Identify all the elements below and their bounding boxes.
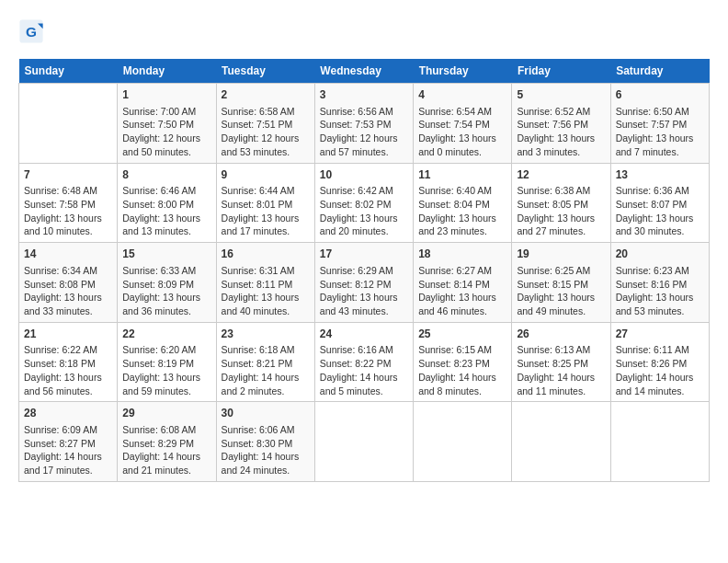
day-number: 11 xyxy=(418,167,506,183)
day-info: Sunrise: 6:50 AM Sunset: 7:57 PM Dayligh… xyxy=(616,105,704,159)
day-number: 16 xyxy=(222,247,310,262)
day-number: 4 xyxy=(418,87,506,103)
day-info: Sunrise: 6:22 AM Sunset: 8:18 PM Dayligh… xyxy=(24,343,112,397)
calendar-cell: 19Sunrise: 6:25 AM Sunset: 8:15 PM Dayli… xyxy=(512,243,610,323)
day-info: Sunrise: 6:36 AM Sunset: 8:07 PM Dayligh… xyxy=(616,184,704,238)
day-number: 17 xyxy=(320,247,408,262)
calendar-cell: 9Sunrise: 6:44 AM Sunset: 8:01 PM Daylig… xyxy=(216,163,314,243)
day-info: Sunrise: 6:18 AM Sunset: 8:21 PM Dayligh… xyxy=(222,343,310,397)
day-number: 13 xyxy=(616,167,704,183)
calendar-dow-saturday: Saturday xyxy=(610,59,709,84)
calendar-cell: 14Sunrise: 6:34 AM Sunset: 8:08 PM Dayli… xyxy=(19,243,118,323)
day-info: Sunrise: 6:16 AM Sunset: 8:22 PM Dayligh… xyxy=(320,343,408,397)
calendar-cell: 10Sunrise: 6:42 AM Sunset: 8:02 PM Dayli… xyxy=(314,163,413,243)
day-info: Sunrise: 6:27 AM Sunset: 8:14 PM Dayligh… xyxy=(418,264,506,318)
day-info: Sunrise: 6:06 AM Sunset: 8:30 PM Dayligh… xyxy=(222,423,310,477)
logo: G xyxy=(18,18,48,44)
calendar-cell: 3Sunrise: 6:56 AM Sunset: 7:53 PM Daylig… xyxy=(314,84,413,164)
calendar-week-row: 14Sunrise: 6:34 AM Sunset: 8:08 PM Dayli… xyxy=(19,243,710,323)
day-number: 19 xyxy=(517,247,605,262)
day-info: Sunrise: 6:38 AM Sunset: 8:05 PM Dayligh… xyxy=(517,184,605,238)
calendar-cell xyxy=(314,402,413,482)
day-number: 6 xyxy=(616,87,704,103)
day-info: Sunrise: 6:42 AM Sunset: 8:02 PM Dayligh… xyxy=(320,184,408,238)
calendar-cell: 17Sunrise: 6:29 AM Sunset: 8:12 PM Dayli… xyxy=(314,243,413,323)
day-info: Sunrise: 6:33 AM Sunset: 8:09 PM Dayligh… xyxy=(122,264,210,318)
day-number: 29 xyxy=(122,406,210,421)
day-number: 12 xyxy=(517,167,605,183)
calendar-cell: 28Sunrise: 6:09 AM Sunset: 8:27 PM Dayli… xyxy=(19,402,118,482)
calendar-week-row: 21Sunrise: 6:22 AM Sunset: 8:18 PM Dayli… xyxy=(19,322,710,402)
day-info: Sunrise: 6:25 AM Sunset: 8:15 PM Dayligh… xyxy=(517,264,605,318)
svg-text:G: G xyxy=(26,24,37,40)
calendar-dow-tuesday: Tuesday xyxy=(216,59,314,84)
calendar-cell: 30Sunrise: 6:06 AM Sunset: 8:30 PM Dayli… xyxy=(216,402,314,482)
day-info: Sunrise: 6:23 AM Sunset: 8:16 PM Dayligh… xyxy=(616,264,704,318)
calendar-cell: 27Sunrise: 6:11 AM Sunset: 8:26 PM Dayli… xyxy=(610,322,709,402)
page-header: G xyxy=(18,18,710,44)
day-info: Sunrise: 6:08 AM Sunset: 8:29 PM Dayligh… xyxy=(122,423,210,477)
calendar-cell: 6Sunrise: 6:50 AM Sunset: 7:57 PM Daylig… xyxy=(610,84,709,164)
day-number: 22 xyxy=(122,327,210,342)
day-number: 3 xyxy=(320,87,408,103)
day-number: 10 xyxy=(320,167,408,183)
calendar-week-row: 1Sunrise: 7:00 AM Sunset: 7:50 PM Daylig… xyxy=(19,84,710,164)
day-info: Sunrise: 6:11 AM Sunset: 8:26 PM Dayligh… xyxy=(616,343,704,397)
calendar-cell: 11Sunrise: 6:40 AM Sunset: 8:04 PM Dayli… xyxy=(414,163,512,243)
day-number: 21 xyxy=(24,327,112,342)
calendar-cell: 7Sunrise: 6:48 AM Sunset: 7:58 PM Daylig… xyxy=(19,163,118,243)
day-number: 8 xyxy=(122,167,210,183)
day-info: Sunrise: 6:20 AM Sunset: 8:19 PM Dayligh… xyxy=(122,343,210,397)
calendar-cell: 20Sunrise: 6:23 AM Sunset: 8:16 PM Dayli… xyxy=(610,243,709,323)
day-number: 27 xyxy=(616,327,704,342)
calendar-cell: 12Sunrise: 6:38 AM Sunset: 8:05 PM Dayli… xyxy=(512,163,610,243)
day-info: Sunrise: 6:52 AM Sunset: 7:56 PM Dayligh… xyxy=(517,105,605,159)
day-info: Sunrise: 6:34 AM Sunset: 8:08 PM Dayligh… xyxy=(24,264,112,318)
day-number: 24 xyxy=(320,327,408,342)
calendar-week-row: 7Sunrise: 6:48 AM Sunset: 7:58 PM Daylig… xyxy=(19,163,710,243)
calendar-cell: 1Sunrise: 7:00 AM Sunset: 7:50 PM Daylig… xyxy=(118,84,216,164)
day-number: 28 xyxy=(24,406,112,421)
calendar-dow-sunday: Sunday xyxy=(19,59,118,84)
day-info: Sunrise: 6:58 AM Sunset: 7:51 PM Dayligh… xyxy=(222,105,310,159)
calendar-cell: 25Sunrise: 6:15 AM Sunset: 8:23 PM Dayli… xyxy=(414,322,512,402)
day-info: Sunrise: 6:09 AM Sunset: 8:27 PM Dayligh… xyxy=(24,423,112,477)
calendar-cell: 24Sunrise: 6:16 AM Sunset: 8:22 PM Dayli… xyxy=(314,322,413,402)
calendar-dow-wednesday: Wednesday xyxy=(314,59,413,84)
day-number: 9 xyxy=(222,167,310,183)
calendar-cell: 2Sunrise: 6:58 AM Sunset: 7:51 PM Daylig… xyxy=(216,84,314,164)
calendar-header-row: SundayMondayTuesdayWednesdayThursdayFrid… xyxy=(19,59,710,84)
calendar-cell xyxy=(414,402,512,482)
day-info: Sunrise: 6:40 AM Sunset: 8:04 PM Dayligh… xyxy=(418,184,506,238)
calendar-cell: 22Sunrise: 6:20 AM Sunset: 8:19 PM Dayli… xyxy=(118,322,216,402)
calendar-week-row: 28Sunrise: 6:09 AM Sunset: 8:27 PM Dayli… xyxy=(19,402,710,482)
calendar-cell: 16Sunrise: 6:31 AM Sunset: 8:11 PM Dayli… xyxy=(216,243,314,323)
day-number: 14 xyxy=(24,247,112,262)
day-info: Sunrise: 6:44 AM Sunset: 8:01 PM Dayligh… xyxy=(222,184,310,238)
day-info: Sunrise: 6:46 AM Sunset: 8:00 PM Dayligh… xyxy=(122,184,210,238)
day-info: Sunrise: 6:31 AM Sunset: 8:11 PM Dayligh… xyxy=(222,264,310,318)
calendar-cell: 13Sunrise: 6:36 AM Sunset: 8:07 PM Dayli… xyxy=(610,163,709,243)
day-number: 15 xyxy=(122,247,210,262)
day-info: Sunrise: 7:00 AM Sunset: 7:50 PM Dayligh… xyxy=(122,105,210,159)
calendar-cell xyxy=(512,402,610,482)
calendar-cell: 29Sunrise: 6:08 AM Sunset: 8:29 PM Dayli… xyxy=(118,402,216,482)
day-number: 20 xyxy=(616,247,704,262)
day-info: Sunrise: 6:29 AM Sunset: 8:12 PM Dayligh… xyxy=(320,264,408,318)
calendar-cell xyxy=(19,84,118,164)
day-number: 23 xyxy=(222,327,310,342)
day-number: 2 xyxy=(222,87,310,103)
day-number: 5 xyxy=(517,87,605,103)
day-number: 25 xyxy=(418,327,506,342)
day-number: 18 xyxy=(418,247,506,262)
calendar-cell: 15Sunrise: 6:33 AM Sunset: 8:09 PM Dayli… xyxy=(118,243,216,323)
calendar-cell: 18Sunrise: 6:27 AM Sunset: 8:14 PM Dayli… xyxy=(414,243,512,323)
calendar-cell: 23Sunrise: 6:18 AM Sunset: 8:21 PM Dayli… xyxy=(216,322,314,402)
day-number: 30 xyxy=(222,406,310,421)
calendar-dow-thursday: Thursday xyxy=(414,59,512,84)
day-info: Sunrise: 6:48 AM Sunset: 7:58 PM Dayligh… xyxy=(24,184,112,238)
calendar-cell: 4Sunrise: 6:54 AM Sunset: 7:54 PM Daylig… xyxy=(414,84,512,164)
calendar-dow-friday: Friday xyxy=(512,59,610,84)
logo-icon: G xyxy=(18,18,44,44)
day-info: Sunrise: 6:54 AM Sunset: 7:54 PM Dayligh… xyxy=(418,105,506,159)
